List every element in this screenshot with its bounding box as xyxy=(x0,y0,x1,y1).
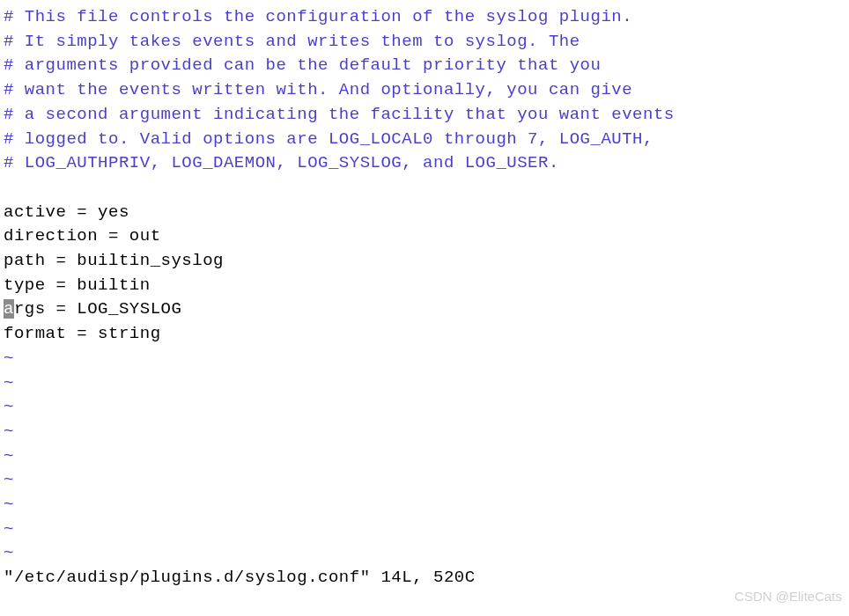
empty-line-tilde: ~ xyxy=(4,541,845,566)
config-direction: direction = out xyxy=(4,224,845,249)
empty-line-tilde: ~ xyxy=(4,493,845,517)
comment-line: # This file controls the configuration o… xyxy=(4,5,845,30)
comment-line: # a second argument indicating the facil… xyxy=(4,103,845,128)
empty-line-tilde: ~ xyxy=(4,347,845,371)
config-args-text: rgs = LOG_SYSLOG xyxy=(14,299,181,319)
empty-line-tilde: ~ xyxy=(4,371,845,396)
comment-line: # LOG_AUTHPRIV, LOG_DAEMON, LOG_SYSLOG, … xyxy=(4,151,845,176)
editor-buffer[interactable]: # This file controls the configuration o… xyxy=(4,5,845,590)
comment-line: # arguments provided can be the default … xyxy=(4,54,845,78)
cursor: a xyxy=(4,299,14,319)
empty-line-tilde: ~ xyxy=(4,420,845,444)
config-active: active = yes xyxy=(4,201,845,225)
blank-line xyxy=(4,176,845,201)
vim-status-line: "/etc/audisp/plugins.d/syslog.conf" 14L,… xyxy=(4,566,845,590)
comment-line: # It simply takes events and writes them… xyxy=(4,30,845,55)
config-args: args = LOG_SYSLOG xyxy=(4,297,845,322)
empty-line-tilde: ~ xyxy=(4,468,845,493)
comment-line: # want the events written with. And opti… xyxy=(4,78,845,103)
empty-line-tilde: ~ xyxy=(4,395,845,420)
empty-line-tilde: ~ xyxy=(4,444,845,469)
config-type: type = builtin xyxy=(4,274,845,298)
comment-line: # logged to. Valid options are LOG_LOCAL… xyxy=(4,128,845,152)
config-path: path = builtin_syslog xyxy=(4,249,845,274)
config-format: format = string xyxy=(4,322,845,347)
empty-line-tilde: ~ xyxy=(4,517,845,542)
